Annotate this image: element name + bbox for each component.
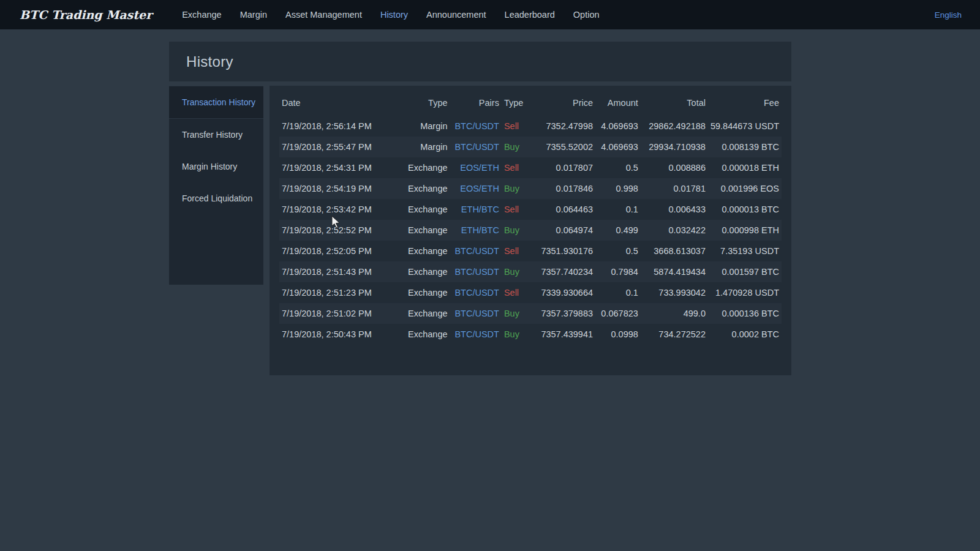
nav-item-margin[interactable]: Margin xyxy=(231,10,276,20)
cell-pair[interactable]: EOS/ETH xyxy=(450,178,502,199)
cell-fee: 0.001597 BTC xyxy=(708,261,782,282)
cell-price: 7351.930176 xyxy=(533,241,595,261)
cell-type: Margin xyxy=(403,116,450,137)
cell-side: Buy xyxy=(502,137,534,157)
cell-date: 7/19/2018, 2:54:31 PM xyxy=(279,157,403,178)
table-row: 7/19/2018, 2:52:52 PMExchangeETH/BTCBuy0… xyxy=(279,220,782,241)
cell-amount: 0.7984 xyxy=(595,261,641,282)
cell-type: Margin xyxy=(403,137,450,157)
cell-amount: 0.1 xyxy=(595,199,641,220)
nav-menu: ExchangeMarginAsset ManagementHistoryAnn… xyxy=(173,10,608,20)
cell-amount: 0.067823 xyxy=(595,303,641,324)
cell-side: Buy xyxy=(502,220,534,241)
cell-type: Exchange xyxy=(403,178,450,199)
transaction-history-panel: DateTypePairsTypePriceAmountTotalFee 7/1… xyxy=(270,86,791,375)
cell-fee: 0.000013 BTC xyxy=(708,199,782,220)
nav-item-exchange[interactable]: Exchange xyxy=(173,10,231,20)
cell-pair[interactable]: ETH/BTC xyxy=(450,199,502,220)
column-header-type-3: Type xyxy=(502,89,534,116)
table-row: 7/19/2018, 2:51:43 PMExchangeBTC/USDTBuy… xyxy=(279,261,782,282)
nav-item-announcement[interactable]: Announcement xyxy=(417,10,496,20)
cell-price: 7357.379883 xyxy=(533,303,595,324)
cell-fee: 0.000018 ETH xyxy=(708,157,782,178)
cell-fee: 0.000998 ETH xyxy=(708,220,782,241)
cell-type: Exchange xyxy=(403,220,450,241)
cell-amount: 4.069693 xyxy=(595,116,641,137)
page-header: History xyxy=(169,42,791,81)
table-header-row: DateTypePairsTypePriceAmountTotalFee xyxy=(279,89,782,116)
history-sidebar: Transaction HistoryTransfer HistoryMargi… xyxy=(169,86,263,285)
cell-price: 0.017807 xyxy=(533,157,595,178)
top-navigation: BTC Trading Master ExchangeMarginAsset M… xyxy=(0,0,980,29)
cell-price: 7357.740234 xyxy=(533,261,595,282)
cell-total: 0.032422 xyxy=(641,220,708,241)
cell-fee: 59.844673 USDT xyxy=(708,116,782,137)
page-title: History xyxy=(186,53,233,70)
column-header-total-6: Total xyxy=(641,89,708,116)
cell-side: Sell xyxy=(502,241,534,261)
table-row: 7/19/2018, 2:56:14 PMMarginBTC/USDTSell7… xyxy=(279,116,782,137)
nav-item-option[interactable]: Option xyxy=(564,10,609,20)
nav-item-asset-management[interactable]: Asset Management xyxy=(276,10,371,20)
cell-total: 29862.492188 xyxy=(641,116,708,137)
cell-pair[interactable]: BTC/USDT xyxy=(450,303,502,324)
cell-fee: 0.000136 BTC xyxy=(708,303,782,324)
cell-price: 0.064463 xyxy=(533,199,595,220)
cell-date: 7/19/2018, 2:55:47 PM xyxy=(279,137,403,157)
column-header-type-1: Type xyxy=(403,89,450,116)
cell-side: Buy xyxy=(502,324,534,345)
cell-total: 5874.419434 xyxy=(641,261,708,282)
cell-total: 734.272522 xyxy=(641,324,708,345)
cell-pair[interactable]: BTC/USDT xyxy=(450,137,502,157)
brand-logo[interactable]: BTC Trading Master xyxy=(20,8,152,21)
cell-date: 7/19/2018, 2:54:19 PM xyxy=(279,178,403,199)
table-row: 7/19/2018, 2:53:42 PMExchangeETH/BTCSell… xyxy=(279,199,782,220)
sidebar-item-forced-liquidation[interactable]: Forced Liquidation xyxy=(169,182,263,214)
cell-date: 7/19/2018, 2:50:43 PM xyxy=(279,324,403,345)
cell-price: 7357.439941 xyxy=(533,324,595,345)
cell-total: 3668.613037 xyxy=(641,241,708,261)
nav-item-leaderboard[interactable]: Leaderboard xyxy=(496,10,564,20)
cell-amount: 0.499 xyxy=(595,220,641,241)
cell-price: 7352.47998 xyxy=(533,116,595,137)
cell-amount: 0.998 xyxy=(595,178,641,199)
cell-type: Exchange xyxy=(403,199,450,220)
cell-total: 29934.710938 xyxy=(641,137,708,157)
cell-type: Exchange xyxy=(403,241,450,261)
cell-fee: 0.0002 BTC xyxy=(708,324,782,345)
cell-amount: 0.1 xyxy=(595,282,641,303)
cell-pair[interactable]: BTC/USDT xyxy=(450,116,502,137)
cell-pair[interactable]: EOS/ETH xyxy=(450,157,502,178)
cell-total: 0.008886 xyxy=(641,157,708,178)
column-header-amount-5: Amount xyxy=(595,89,641,116)
column-header-fee-7: Fee xyxy=(708,89,782,116)
sidebar-item-transfer-history[interactable]: Transfer History xyxy=(169,119,263,151)
cell-fee: 1.470928 USDT xyxy=(708,282,782,303)
cell-pair[interactable]: BTC/USDT xyxy=(450,282,502,303)
table-row: 7/19/2018, 2:54:19 PMExchangeEOS/ETHBuy0… xyxy=(279,178,782,199)
column-header-pairs-2: Pairs xyxy=(450,89,502,116)
cell-pair[interactable]: ETH/BTC xyxy=(450,220,502,241)
cell-date: 7/19/2018, 2:56:14 PM xyxy=(279,116,403,137)
cell-price: 7355.52002 xyxy=(533,137,595,157)
transaction-table: DateTypePairsTypePriceAmountTotalFee 7/1… xyxy=(279,89,782,345)
sidebar-item-transaction-history[interactable]: Transaction History xyxy=(169,86,263,119)
table-row: 7/19/2018, 2:55:47 PMMarginBTC/USDTBuy73… xyxy=(279,137,782,157)
sidebar-item-margin-history[interactable]: Margin History xyxy=(169,151,263,182)
cell-amount: 0.0998 xyxy=(595,324,641,345)
cell-date: 7/19/2018, 2:52:05 PM xyxy=(279,241,403,261)
cell-pair[interactable]: BTC/USDT xyxy=(450,261,502,282)
cell-date: 7/19/2018, 2:51:23 PM xyxy=(279,282,403,303)
cell-amount: 0.5 xyxy=(595,157,641,178)
cell-fee: 0.008139 BTC xyxy=(708,137,782,157)
cell-side: Sell xyxy=(502,282,534,303)
cell-date: 7/19/2018, 2:51:43 PM xyxy=(279,261,403,282)
cell-pair[interactable]: BTC/USDT xyxy=(450,324,502,345)
cell-pair[interactable]: BTC/USDT xyxy=(450,241,502,261)
language-selector[interactable]: English xyxy=(935,10,962,20)
cell-type: Exchange xyxy=(403,261,450,282)
nav-item-history[interactable]: History xyxy=(371,10,417,20)
cell-fee: 0.001996 EOS xyxy=(708,178,782,199)
cell-price: 7339.930664 xyxy=(533,282,595,303)
cell-amount: 4.069693 xyxy=(595,137,641,157)
